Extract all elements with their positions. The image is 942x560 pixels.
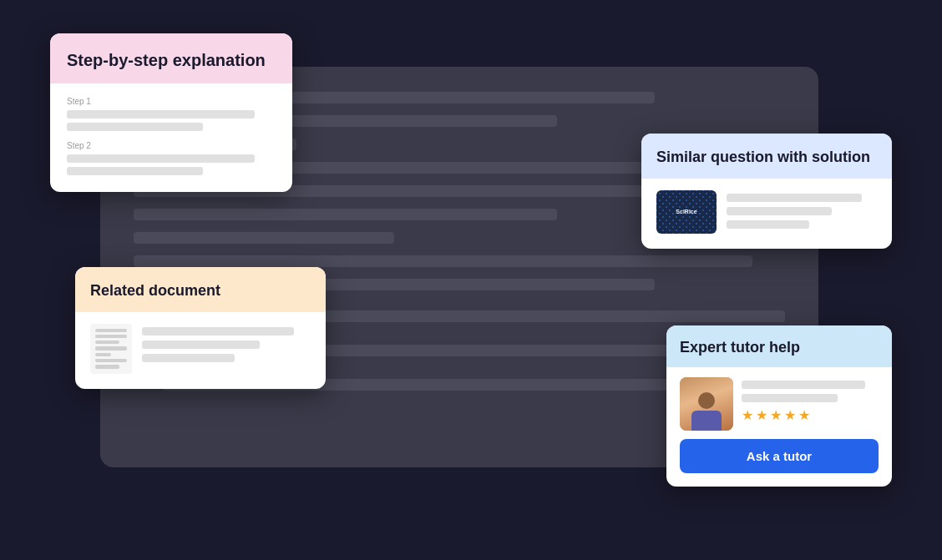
tutor-row: ★ ★ ★ ★ ★ — [680, 377, 879, 431]
tutor-line-2 — [742, 394, 838, 402]
expert-card: Expert tutor help ★ ★ ★ ★ ★ — [666, 325, 892, 487]
expert-title: Expert tutor help — [680, 339, 879, 357]
star-1: ★ — [742, 407, 753, 423]
step1-section: Step 1 — [67, 97, 276, 131]
stars-row: ★ ★ ★ ★ ★ — [742, 407, 879, 423]
related-lines — [142, 324, 311, 362]
star-5: ★ — [798, 407, 810, 423]
related-line-1 — [142, 327, 294, 335]
doc-icon-line5 — [95, 353, 111, 356]
similar-line-1 — [727, 194, 862, 202]
similar-card: Similar question with solution SciRice — [641, 134, 892, 249]
document-icon — [90, 324, 132, 374]
related-line-3 — [142, 354, 235, 362]
tutor-photo — [680, 377, 733, 431]
step1-line1 — [67, 110, 255, 119]
step2-label: Step 2 — [67, 141, 276, 150]
star-3: ★ — [770, 407, 782, 423]
tutor-figure — [686, 392, 727, 431]
doc-icon-line6 — [95, 359, 127, 362]
tutor-lines: ★ ★ ★ ★ ★ — [742, 377, 879, 423]
doc-icon-line1 — [95, 329, 127, 332]
related-header: Related document — [75, 267, 326, 312]
star-2: ★ — [756, 407, 767, 423]
stepbystep-header: Step-by-step explanation — [50, 33, 292, 83]
stepbystep-title: Step-by-step explanation — [67, 50, 276, 70]
tutor-head — [698, 392, 715, 409]
related-title: Related document — [90, 282, 311, 300]
similar-header: Similar question with solution — [641, 134, 892, 179]
content-line-8 — [134, 255, 752, 267]
content-line-6 — [134, 209, 557, 220]
thumbnail-label: SciRice — [676, 209, 696, 214]
star-4: ★ — [784, 407, 796, 423]
similar-title: Similar question with solution — [656, 149, 877, 167]
doc-icon-line7 — [95, 365, 119, 368]
doc-icon-line4 — [95, 346, 127, 350]
similar-line-2 — [727, 207, 832, 215]
related-card: Related document — [75, 267, 326, 389]
similar-thumbnail: SciRice — [656, 190, 717, 234]
content-line-7 — [134, 232, 394, 244]
similar-body: SciRice — [641, 179, 892, 249]
step1-line2 — [67, 123, 203, 131]
expert-body: ★ ★ ★ ★ ★ Ask a tutor — [666, 367, 892, 487]
stepbystep-body: Step 1 Step 2 — [50, 83, 292, 192]
tutor-line-1 — [742, 381, 865, 389]
ask-tutor-button[interactable]: Ask a tutor — [680, 439, 879, 473]
related-line-2 — [142, 341, 260, 349]
tutor-body-shape — [691, 411, 722, 431]
step1-label: Step 1 — [67, 97, 276, 106]
stepbystep-card: Step-by-step explanation Step 1 Step 2 — [50, 33, 292, 192]
related-body — [75, 312, 326, 389]
similar-line-3 — [727, 220, 809, 229]
step2-line1 — [67, 154, 255, 163]
doc-icon-line3 — [95, 341, 119, 344]
similar-lines — [727, 190, 877, 229]
expert-header: Expert tutor help — [666, 325, 892, 367]
step2-line2 — [67, 167, 203, 175]
doc-icon-line2 — [95, 335, 127, 338]
step2-section: Step 2 — [67, 141, 276, 175]
